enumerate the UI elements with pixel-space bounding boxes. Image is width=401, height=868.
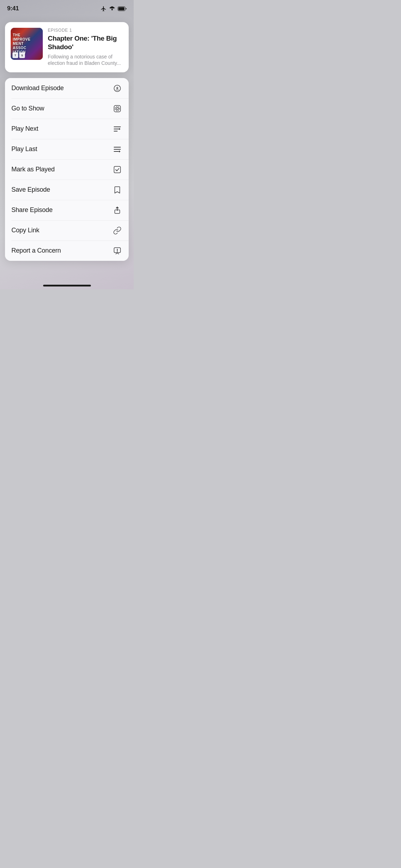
link-icon [112,226,122,236]
episode-description: Following a notorious case of election f… [48,53,123,67]
menu-label-play-last: Play Last [11,145,37,153]
menu-item-save-episode[interactable]: Save Episode [5,180,129,200]
menu-label-download-episode: Download Episode [11,84,64,92]
episode-card: THEIMPROVEMENTASSOCIATION T S EPISODE 1 … [5,22,129,72]
artwork-inner: THEIMPROVEMENTASSOCIATION T S [11,28,43,60]
artwork-logos: T S [12,52,25,58]
menu-label-copy-link: Copy Link [11,227,39,234]
menu-item-report-concern[interactable]: Report a Concern [5,241,129,261]
status-icons [101,6,127,12]
play-next-icon [112,124,122,134]
svg-rect-1 [118,7,124,10]
episode-label: EPISODE 1 [48,28,123,33]
svg-rect-5 [114,166,120,173]
menu-item-copy-link[interactable]: Copy Link [5,220,129,241]
menu-item-share-episode[interactable]: Share Episode [5,200,129,220]
svg-point-3 [116,108,118,110]
svg-point-4 [115,107,119,111]
play-last-icon [112,144,122,154]
checkmark-box-icon [112,165,122,175]
menu-label-save-episode: Save Episode [11,186,50,193]
wifi-icon [109,6,115,12]
bookmark-icon [112,185,122,195]
menu-label-play-next: Play Next [11,125,38,133]
status-bar: 9:41 [0,0,134,15]
menu-item-go-to-show[interactable]: Go to Show [5,98,129,119]
home-indicator [43,285,91,286]
logo-nyt: T [12,52,18,58]
report-icon [112,246,122,256]
logo-serial: S [19,52,25,58]
menu-item-mark-as-played[interactable]: Mark as Played [5,159,129,180]
share-icon [112,205,122,215]
menu-item-play-next[interactable]: Play Next [5,119,129,139]
menu-item-download-episode[interactable]: Download Episode [5,78,129,98]
airplane-icon [101,6,107,12]
download-icon [112,83,122,93]
artwork-text: THEIMPROVEMENTASSOCIATION [13,33,31,55]
podcast-artwork: THEIMPROVEMENTASSOCIATION T S [11,28,43,60]
menu-label-go-to-show: Go to Show [11,105,44,112]
menu-label-report-concern: Report a Concern [11,247,61,254]
menu-item-play-last[interactable]: Play Last [5,139,129,159]
battery-icon [118,6,127,11]
status-time: 9:41 [7,5,19,12]
menu-label-share-episode: Share Episode [11,206,52,214]
episode-title: Chapter One: 'The Big Shadoo' [48,34,123,51]
context-menu: Download Episode Go to Show Play Next [5,78,129,261]
podcast-icon [112,104,122,114]
episode-info: EPISODE 1 Chapter One: 'The Big Shadoo' … [48,28,123,67]
menu-label-mark-as-played: Mark as Played [11,166,55,173]
